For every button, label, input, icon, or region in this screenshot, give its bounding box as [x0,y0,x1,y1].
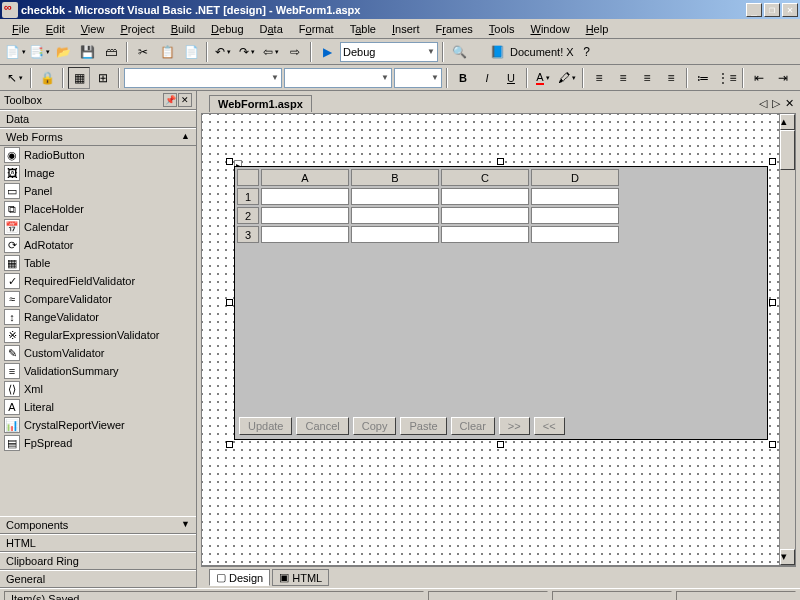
backcolor-button[interactable]: 🖍 [556,67,578,89]
menu-tools[interactable]: Tools [481,21,523,37]
paste-button[interactable]: 📄 [180,41,202,63]
toolbox-item[interactable]: 📊CrystalReportViewer [0,416,196,434]
align-right-button[interactable]: ≡ [636,67,658,89]
toolbox-item[interactable]: ≈CompareValidator [0,290,196,308]
save-button[interactable]: 💾 [76,41,98,63]
toolbox-item[interactable]: ⧉PlaceHolder [0,200,196,218]
toolbox-item[interactable]: 🖼Image [0,164,196,182]
style-combo[interactable]: ▼ [124,68,282,88]
underline-button[interactable]: U [500,67,522,89]
bold-button[interactable]: B [452,67,474,89]
toolbox-cat-webforms[interactable]: Web Forms▲ [0,128,196,146]
vertical-scrollbar[interactable]: ▴ ▾ [779,114,795,565]
toolbox-item[interactable]: ↕RangeValidator [0,308,196,326]
docx-icon[interactable]: 📘 [486,41,508,63]
toolbox-item[interactable]: ▤FpSpread [0,434,196,452]
open-button[interactable]: 📂 [52,41,74,63]
menu-data[interactable]: Data [252,21,291,37]
spread--button[interactable]: << [534,417,565,435]
design-surface[interactable]: ▴ ▾ ▸ ABCD 1 2 3 [201,113,796,566]
spread-copy-button[interactable]: Copy [353,417,397,435]
toolbox-item[interactable]: ▦Table [0,254,196,272]
config-combo[interactable]: Debug▼ [340,42,438,62]
toolbox-cat-clipboard[interactable]: Clipboard Ring [0,552,196,570]
tab-next-icon[interactable]: ▷ [770,97,782,110]
toolbox-close-icon[interactable]: ✕ [178,93,192,107]
find-button[interactable]: 🔍 [448,41,470,63]
spread-cancel-button[interactable]: Cancel [296,417,348,435]
toolbox-pin-icon[interactable]: 📌 [163,93,177,107]
toolbox-item[interactable]: ▭Panel [0,182,196,200]
ol-button[interactable]: ≔ [692,67,714,89]
toolbox-cat-general[interactable]: General [0,570,196,588]
outdent-button[interactable]: ⇤ [748,67,770,89]
menu-format[interactable]: Format [291,21,342,37]
start-button[interactable]: ▶ [316,41,338,63]
tab-close-icon[interactable]: ✕ [783,97,796,110]
menu-frames[interactable]: Frames [428,21,481,37]
snap-button[interactable]: ⊞ [92,67,114,89]
toolbox-item[interactable]: ✎CustomValidator [0,344,196,362]
menu-insert[interactable]: Insert [384,21,428,37]
align-left-button[interactable]: ≡ [588,67,610,89]
menu-build[interactable]: Build [163,21,203,37]
menu-edit[interactable]: Edit [38,21,73,37]
spread-update-button[interactable]: Update [239,417,292,435]
fpspread-control[interactable]: ▸ ABCD 1 2 3 UpdateCancelCopyPasteClear>… [230,162,772,444]
close-button[interactable]: ✕ [782,3,798,17]
toolbox-item[interactable]: ✓RequiredFieldValidator [0,272,196,290]
redo-button[interactable]: ↷ [236,41,258,63]
copy-button[interactable]: 📋 [156,41,178,63]
indent-button[interactable]: ⇥ [772,67,794,89]
toolbox-item-icon: ✓ [4,273,20,289]
toolbox-item[interactable]: ALiteral [0,398,196,416]
font-combo[interactable]: ▼ [284,68,392,88]
spread-clear-button[interactable]: Clear [451,417,495,435]
toolbox-item[interactable]: ⟳AdRotator [0,236,196,254]
toolbox-item-label: Panel [24,185,52,197]
pointer-button[interactable]: ↖ [4,67,26,89]
menu-table[interactable]: Table [342,21,384,37]
add-item-button[interactable]: 📑 [28,41,50,63]
new-project-button[interactable]: 📄 [4,41,26,63]
toolbox-item[interactable]: ≡ValidationSummary [0,362,196,380]
toolbox-item[interactable]: ※RegularExpressionValidator [0,326,196,344]
menu-window[interactable]: Window [523,21,578,37]
tab-prev-icon[interactable]: ◁ [757,97,769,110]
ul-button[interactable]: ⋮≡ [716,67,738,89]
spread-paste-button[interactable]: Paste [400,417,446,435]
design-view-tab[interactable]: ▢Design [209,569,270,586]
nav-fwd-button[interactable]: ⇨ [284,41,306,63]
size-combo[interactable]: ▼ [394,68,442,88]
menu-file[interactable]: File [4,21,38,37]
toolbox-item[interactable]: 📅Calendar [0,218,196,236]
menu-view[interactable]: View [73,21,113,37]
align-justify-button[interactable]: ≡ [660,67,682,89]
document-tab[interactable]: WebForm1.aspx [209,95,312,112]
lock-button[interactable]: 🔒 [36,67,58,89]
italic-button[interactable]: I [476,67,498,89]
toolbox-item-label: Table [24,257,50,269]
save-all-button[interactable]: 🗃 [100,41,122,63]
toolbox-item-icon: 📅 [4,219,20,235]
menu-debug[interactable]: Debug [203,21,251,37]
forecolor-button[interactable]: A [532,67,554,89]
docx-help-button[interactable]: ? [576,41,598,63]
spread--button[interactable]: >> [499,417,530,435]
toolbox-cat-data[interactable]: Data [0,110,196,128]
nav-back-button[interactable]: ⇦ [260,41,282,63]
minimize-button[interactable]: _ [746,3,762,17]
grid-button[interactable]: ▦ [68,67,90,89]
toolbox-cat-html[interactable]: HTML [0,534,196,552]
toolbox-item[interactable]: ◉RadioButton [0,146,196,164]
undo-button[interactable]: ↶ [212,41,234,63]
menu-help[interactable]: Help [578,21,617,37]
toolbox-item[interactable]: ⟨⟩Xml [0,380,196,398]
align-center-button[interactable]: ≡ [612,67,634,89]
html-view-tab[interactable]: ▣HTML [272,569,329,586]
spread-grid[interactable]: ABCD 1 2 3 [235,167,621,245]
menu-project[interactable]: Project [112,21,162,37]
cut-button[interactable]: ✂ [132,41,154,63]
toolbox-cat-components[interactable]: Components▼ [0,516,196,534]
restore-button[interactable]: ❐ [764,3,780,17]
